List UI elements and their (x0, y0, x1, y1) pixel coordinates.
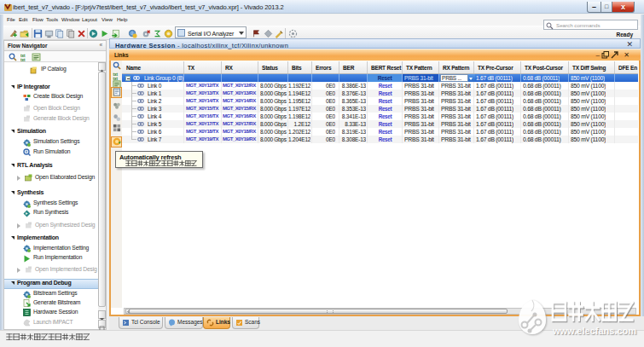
svg-text:txt: txt (20, 58, 26, 62)
